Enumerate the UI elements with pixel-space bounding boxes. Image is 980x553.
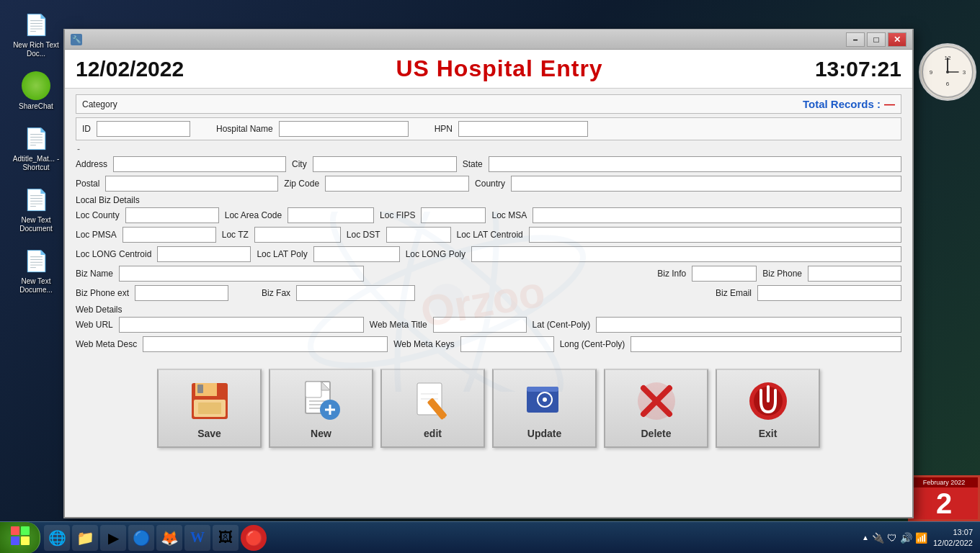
biz-info-input[interactable]	[692, 266, 757, 282]
app-header: 12/02/2022 US Hospital Entry 13:07:21	[65, 50, 912, 89]
web-meta-title-input[interactable]	[433, 317, 527, 333]
edit-icon	[410, 378, 456, 424]
loc-dst-input[interactable]	[386, 227, 451, 243]
loc-area-code-input[interactable]	[288, 207, 374, 223]
close-button[interactable]: ✕	[888, 32, 906, 47]
adtitle-icon: 📄	[22, 124, 50, 153]
loc-lat-poly-label: Loc LAT Poly	[257, 249, 307, 259]
biz-phone-ext-input[interactable]	[135, 285, 228, 301]
delete-icon	[633, 378, 680, 424]
svg-text:9: 9	[930, 69, 933, 76]
biz-info-label: Biz Info	[657, 269, 686, 279]
country-input[interactable]	[511, 176, 901, 192]
new-label: New	[311, 428, 331, 439]
biz-fax-label: Biz Fax	[262, 288, 290, 298]
loc-dst-label: Loc DST	[347, 230, 380, 240]
loc-area-code-label: Loc Area Code	[225, 210, 282, 220]
taskbar-word[interactable]: W	[184, 525, 210, 551]
total-records-area: Total Records : —	[803, 98, 895, 110]
loc-long-centroid-label: Loc LONG Centroid	[76, 249, 151, 259]
loc-row-1: Loc County Loc Area Code Loc FIPS Loc MS…	[76, 207, 901, 223]
loc-pmsa-input[interactable]	[122, 227, 216, 243]
loc-long-centroid-input[interactable]	[157, 246, 251, 262]
edit-button[interactable]: edit	[380, 369, 485, 448]
zip-input[interactable]	[325, 176, 469, 192]
loc-lat-poly-input[interactable]	[313, 246, 400, 262]
desktop-icon-new-text-1[interactable]: 📄 New Text Document	[4, 182, 68, 236]
app-content: 12/02/2022 US Hospital Entry 13:07:21 Ca…	[65, 50, 912, 517]
maximize-button[interactable]: □	[867, 32, 886, 47]
zip-label: Zip Code	[284, 179, 319, 189]
usb-icon: 🔌	[872, 532, 884, 544]
long-cent-poly-input[interactable]	[631, 336, 901, 352]
new-button[interactable]: New	[269, 369, 373, 448]
start-button[interactable]	[0, 522, 40, 554]
exit-button[interactable]: Exit	[716, 369, 820, 448]
taskbar-media[interactable]: ▶	[100, 525, 126, 551]
loc-msa-input[interactable]	[533, 207, 901, 223]
desktop-icon-adtitle[interactable]: 📄 Adtitle_Mat... - Shortcut	[4, 121, 68, 175]
adtitle-label: Adtitle_Mat... - Shortcut	[6, 155, 66, 172]
taskbar-system-icons: ▲ 🔌 🛡 🔊 📶	[862, 532, 927, 544]
loc-tz-input[interactable]	[254, 227, 341, 243]
city-input[interactable]	[313, 156, 457, 172]
taskbar-apps: 🌐 📁 ▶ 🔵 🦊 W 🖼 🔴	[40, 525, 855, 551]
biz-phone-input[interactable]	[808, 266, 901, 282]
loc-long-poly-input[interactable]	[471, 246, 901, 262]
id-input[interactable]	[97, 121, 190, 137]
svg-point-7	[946, 71, 949, 73]
taskbar-ie[interactable]: 🌐	[44, 525, 70, 551]
taskbar-photos[interactable]: 🖼	[213, 525, 239, 551]
expand-tray-icon[interactable]: ▲	[862, 534, 869, 541]
biz-name-input[interactable]	[119, 266, 364, 282]
city-label: City	[292, 159, 307, 169]
svg-rect-42	[21, 526, 30, 535]
save-button[interactable]: Save	[157, 369, 262, 448]
svg-point-33	[543, 397, 547, 402]
new-text-1-label: New Text Document	[6, 216, 66, 233]
hpn-input[interactable]	[458, 121, 588, 137]
title-bar: 🔧 – □ ✕	[65, 30, 912, 50]
taskbar-chrome[interactable]: 🔵	[128, 525, 154, 551]
desktop-icon-rich-text[interactable]: 📄 New Rich Text Doc...	[4, 7, 68, 61]
biz-email-input[interactable]	[757, 285, 901, 301]
loc-lat-centroid-input[interactable]	[529, 227, 901, 243]
update-button[interactable]: Update	[492, 369, 597, 448]
desktop-icon-new-text-2[interactable]: 📄 New Text Docume...	[4, 243, 68, 297]
id-row: ID Hospital Name HPN	[76, 117, 901, 140]
minimize-button[interactable]: –	[846, 32, 865, 47]
web-meta-desc-label: Web Meta Desc	[76, 339, 137, 349]
svg-rect-34	[527, 387, 558, 392]
postal-label: Postal	[76, 179, 99, 189]
postal-input[interactable]	[105, 176, 278, 192]
save-icon	[187, 378, 233, 424]
biz-name-label: Biz Name	[76, 269, 113, 279]
web-meta-desc-input[interactable]	[143, 336, 388, 352]
update-icon	[522, 378, 568, 424]
taskbar-firefox[interactable]: 🦊	[156, 525, 182, 551]
taskbar-usdata[interactable]: 🔴	[241, 525, 267, 551]
category-label: Category	[82, 99, 117, 109]
edit-label: edit	[424, 428, 442, 439]
svg-rect-43	[11, 536, 19, 545]
lat-cent-poly-input[interactable]	[596, 317, 901, 333]
delete-button[interactable]: Delete	[604, 369, 708, 448]
postal-row: Postal Zip Code Country	[76, 176, 901, 192]
delete-label: Delete	[641, 428, 671, 439]
loc-fips-input[interactable]	[421, 207, 486, 223]
desktop-icon-sharechat[interactable]: ShareChat	[4, 68, 68, 114]
loc-county-input[interactable]	[125, 207, 219, 223]
state-input[interactable]	[489, 156, 901, 172]
taskbar-folder[interactable]: 📁	[72, 525, 98, 551]
volume-icon[interactable]: 🔊	[900, 532, 912, 544]
web-url-input[interactable]	[119, 317, 364, 333]
address-input[interactable]	[113, 156, 286, 172]
windows-logo-icon	[10, 526, 30, 550]
web-meta-keys-label: Web Meta Keys	[393, 339, 454, 349]
hospital-name-input[interactable]	[279, 121, 409, 137]
app-window: 🔧 – □ ✕ 12/02/2022 US Hospital Entry 13:…	[63, 29, 914, 518]
web-meta-keys-input[interactable]	[460, 336, 554, 352]
desktop: 📄 New Rich Text Doc... ShareChat 📄 Adtit…	[0, 0, 980, 553]
taskbar: 🌐 📁 ▶ 🔵 🦊 W 🖼 🔴 ▲ 🔌 🛡 🔊 📶 13:07 12/02/20…	[0, 521, 980, 553]
biz-fax-input[interactable]	[296, 285, 415, 301]
